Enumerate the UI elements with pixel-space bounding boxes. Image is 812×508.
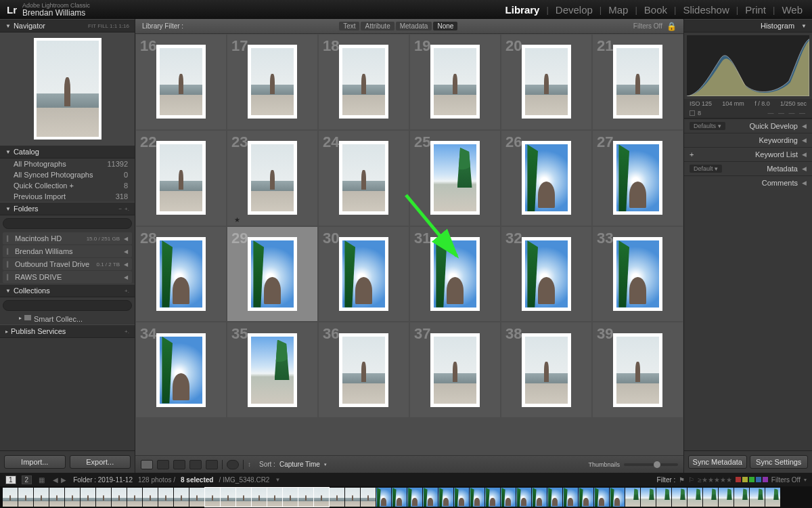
color-filter[interactable] <box>736 477 768 482</box>
filter-tab-attribute[interactable]: Attribute <box>361 22 394 30</box>
filmstrip-thumb[interactable] <box>158 488 173 507</box>
import-button[interactable]: Import... <box>4 455 66 469</box>
filmstrip-thumb[interactable] <box>127 488 142 507</box>
people-view-button[interactable] <box>206 460 218 469</box>
thumbnail-cell[interactable]: 26 <box>501 130 592 226</box>
filmstrip-thumb[interactable] <box>96 488 111 507</box>
module-print[interactable]: Print <box>742 3 769 17</box>
filter-tab-none[interactable]: None <box>433 22 457 30</box>
filmstrip-thumb[interactable] <box>267 488 282 507</box>
drive-item[interactable]: ▍RAWS DRIVE◀ <box>3 271 132 283</box>
collections-filter-input[interactable] <box>3 300 132 311</box>
thumbnail-cell[interactable]: 24 <box>318 130 409 226</box>
module-library[interactable]: Library <box>503 3 543 17</box>
thumbnail-cell[interactable]: 31 <box>409 226 501 322</box>
drive-item[interactable]: ▍Macintosh HD15.0 / 251 GB◀ <box>3 232 132 245</box>
module-map[interactable]: Map <box>606 3 631 17</box>
flag-pick-icon[interactable]: ⚑ <box>679 476 685 484</box>
filmstrip-thumb[interactable] <box>532 488 547 507</box>
second-monitor-2[interactable]: 2 <box>22 475 32 484</box>
painter-tool-button[interactable] <box>227 460 239 469</box>
filmstrip-thumb[interactable] <box>547 488 562 507</box>
thumbnail-cell[interactable]: 37 <box>409 322 501 418</box>
filmstrip-thumb[interactable] <box>221 488 235 507</box>
status-folder[interactable]: Folder : 2019-11-12 <box>73 476 133 484</box>
thumbnail-cell[interactable]: 19 <box>409 34 501 130</box>
filmstrip-thumb[interactable] <box>703 488 718 507</box>
filmstrip-thumb[interactable] <box>579 488 593 507</box>
grid-view-button[interactable] <box>141 460 153 469</box>
filmstrip-thumb[interactable] <box>143 488 158 507</box>
chevron-down-icon[interactable]: ▾ <box>804 477 807 483</box>
filmstrip-thumb[interactable] <box>610 488 625 507</box>
histogram-header[interactable]: Histogram ▼ <box>684 19 812 33</box>
thumbnail-cell[interactable]: 21 <box>592 34 683 130</box>
filmstrip-thumb[interactable] <box>641 488 656 507</box>
filmstrip-thumb[interactable] <box>376 488 391 507</box>
drive-item[interactable]: ▍Brendan Williams◀ <box>3 245 132 257</box>
filter-tab-text[interactable]: Text <box>339 22 359 30</box>
thumbnail-cell[interactable]: 38 <box>501 322 592 418</box>
histogram[interactable] <box>687 35 809 96</box>
filmstrip-thumb[interactable] <box>283 488 298 507</box>
drive-item[interactable]: ▍Outbound Travel Drive0.1 / 2 TB◀ <box>3 258 132 270</box>
filmstrip-thumb[interactable] <box>65 488 80 507</box>
navigator-header[interactable]: ▼ Navigator FIT FILL 1:1 1:16 <box>0 19 135 33</box>
filmstrip-thumb[interactable] <box>407 488 422 507</box>
panel-comments[interactable]: Comments◀ <box>684 175 812 190</box>
panel-keywording[interactable]: Keywording◀ <box>684 133 812 147</box>
filmstrip-thumb[interactable] <box>765 488 780 507</box>
thumbnail-cell[interactable]: 25 <box>409 130 501 226</box>
filmstrip-thumb[interactable] <box>174 488 189 507</box>
thumbnail-cell[interactable]: 29 <box>227 226 318 322</box>
thumbnail-cell[interactable]: 17 <box>227 34 318 130</box>
plus-icon[interactable]: +. <box>125 288 129 294</box>
filmstrip-thumb[interactable] <box>625 488 640 507</box>
filmstrip-thumb[interactable] <box>454 488 469 507</box>
grid-mode-icon[interactable]: ▦ <box>37 476 46 484</box>
thumbnail-cell[interactable]: 33 <box>592 226 683 322</box>
rating-filter[interactable]: ≥★★★★★ <box>698 476 732 484</box>
filmstrip-thumb[interactable] <box>750 488 765 507</box>
panel-metadata[interactable]: Default ▾Metadata◀ <box>684 161 812 175</box>
sync-metadata-button[interactable]: Sync Metadata <box>688 455 747 469</box>
nav-back-icon[interactable]: ◀ <box>51 476 60 484</box>
lock-icon[interactable]: 🔒 <box>667 22 677 31</box>
thumbnail-size-slider[interactable] <box>624 463 678 466</box>
publish-header[interactable]: ▸ Publish Services +. <box>0 324 135 338</box>
plus-icon[interactable]: +. <box>125 329 129 335</box>
export-button[interactable]: Export... <box>70 455 131 469</box>
module-slideshow[interactable]: Slideshow <box>680 3 731 17</box>
filmstrip-thumb[interactable] <box>392 488 407 507</box>
filmstrip-thumb[interactable] <box>672 488 687 507</box>
thumbnail-grid[interactable]: 1617181920212223★24252627282930313233343… <box>135 34 683 455</box>
filmstrip-thumb[interactable] <box>298 488 313 507</box>
thumbnail-cell[interactable]: 28 <box>135 226 227 322</box>
thumbnail-cell[interactable]: 23★ <box>227 130 318 226</box>
thumbnail-cell[interactable]: 27 <box>592 130 683 226</box>
thumbnail-cell[interactable]: 35 <box>227 322 318 418</box>
module-develop[interactable]: Develop <box>553 3 595 17</box>
plus-icon[interactable]: +. <box>125 206 129 212</box>
filmstrip-thumb[interactable] <box>49 488 64 507</box>
filmstrip-thumb[interactable] <box>3 488 18 507</box>
filmstrip-thumb[interactable] <box>252 488 267 507</box>
thumbnail-cell[interactable]: 30 <box>318 226 409 322</box>
sort-direction-icon[interactable]: ↕ <box>248 461 251 468</box>
filmstrip-thumb[interactable] <box>81 488 95 507</box>
thumbnail-cell[interactable]: 16 <box>135 34 227 130</box>
thumbnail-cell[interactable]: 34 <box>135 322 227 418</box>
navigator-zoom-modes[interactable]: FIT FILL 1:1 1:16 <box>88 23 129 29</box>
chevron-down-icon[interactable]: ▼ <box>275 477 280 483</box>
panel-quick-develop[interactable]: Defaults ▾Quick Develop◀ <box>684 119 812 133</box>
filmstrip-thumb[interactable] <box>18 488 33 507</box>
module-web[interactable]: Web <box>779 3 805 17</box>
filmstrip-thumb[interactable] <box>236 488 251 507</box>
collections-header[interactable]: ▼ Collections +. <box>0 284 135 297</box>
flag-reject-icon[interactable]: ⚐ <box>688 476 694 484</box>
filmstrip-thumb[interactable] <box>734 488 749 507</box>
filmstrip-thumb[interactable] <box>112 488 127 507</box>
catalog-item[interactable]: Previous Import318 <box>0 191 135 202</box>
filmstrip-thumb[interactable] <box>563 488 578 507</box>
module-book[interactable]: Book <box>641 3 670 17</box>
